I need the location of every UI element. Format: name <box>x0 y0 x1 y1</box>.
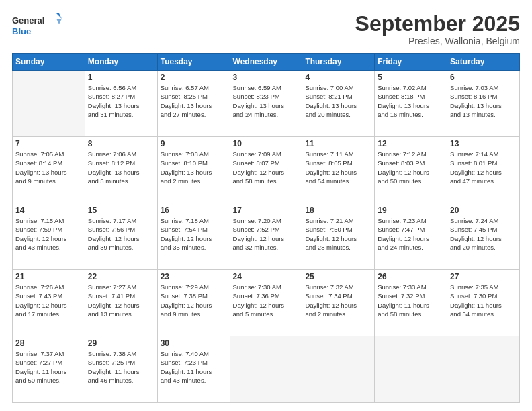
calendar-cell: 14Sunrise: 7:15 AMSunset: 7:59 PMDayligh… <box>13 203 85 270</box>
calendar-cell <box>230 336 302 403</box>
calendar-cell: 24Sunrise: 7:30 AMSunset: 7:36 PMDayligh… <box>230 270 302 336</box>
month-title: September 2025 <box>355 12 520 36</box>
day-info: Sunrise: 7:40 AMSunset: 7:23 PMDaylight:… <box>161 349 227 385</box>
day-number: 7 <box>15 139 82 148</box>
day-info: Sunrise: 7:32 AMSunset: 7:34 PMDaylight:… <box>305 283 371 318</box>
day-header: Tuesday <box>157 54 230 71</box>
day-info: Sunrise: 7:00 AMSunset: 8:21 PMDaylight:… <box>305 83 371 119</box>
day-info: Sunrise: 7:38 AMSunset: 7:25 PMDaylight:… <box>88 349 154 385</box>
day-number: 22 <box>88 272 154 281</box>
day-number: 25 <box>305 272 371 281</box>
day-info: Sunrise: 7:20 AMSunset: 7:52 PMDaylight:… <box>233 216 300 252</box>
day-number: 15 <box>88 205 154 215</box>
day-info: Sunrise: 7:37 AMSunset: 7:27 PMDaylight:… <box>15 349 82 385</box>
day-number: 5 <box>378 73 444 82</box>
calendar-cell <box>302 336 375 403</box>
day-number: 23 <box>161 272 227 281</box>
calendar-cell: 4Sunrise: 7:00 AMSunset: 8:21 PMDaylight… <box>302 71 375 137</box>
day-info: Sunrise: 7:30 AMSunset: 7:36 PMDaylight:… <box>233 283 300 318</box>
calendar-cell: 8Sunrise: 7:06 AMSunset: 8:12 PMDaylight… <box>85 137 157 203</box>
day-info: Sunrise: 6:59 AMSunset: 8:23 PMDaylight:… <box>233 83 300 119</box>
day-number: 11 <box>305 139 371 148</box>
calendar-cell: 9Sunrise: 7:08 AMSunset: 8:10 PMDaylight… <box>157 137 230 203</box>
day-number: 1 <box>88 73 154 82</box>
day-info: Sunrise: 7:05 AMSunset: 8:14 PMDaylight:… <box>15 150 82 185</box>
calendar-cell: 6Sunrise: 7:03 AMSunset: 8:16 PMDaylight… <box>447 71 520 137</box>
day-number: 21 <box>15 272 82 281</box>
calendar-cell <box>447 336 520 403</box>
calendar-cell <box>13 71 85 137</box>
calendar-cell: 21Sunrise: 7:26 AMSunset: 7:43 PMDayligh… <box>13 270 85 336</box>
day-info: Sunrise: 7:06 AMSunset: 8:12 PMDaylight:… <box>88 150 154 185</box>
day-number: 10 <box>233 139 300 148</box>
day-info: Sunrise: 7:29 AMSunset: 7:38 PMDaylight:… <box>161 283 227 318</box>
day-number: 9 <box>161 139 227 148</box>
day-info: Sunrise: 7:09 AMSunset: 8:07 PMDaylight:… <box>233 150 300 185</box>
svg-text:General: General <box>12 15 44 26</box>
day-info: Sunrise: 7:21 AMSunset: 7:50 PMDaylight:… <box>305 216 371 252</box>
day-number: 20 <box>450 205 517 215</box>
day-number: 18 <box>305 205 371 215</box>
calendar-cell: 3Sunrise: 6:59 AMSunset: 8:23 PMDaylight… <box>230 71 302 137</box>
day-number: 17 <box>233 205 300 215</box>
calendar-cell: 17Sunrise: 7:20 AMSunset: 7:52 PMDayligh… <box>230 203 302 270</box>
day-info: Sunrise: 7:18 AMSunset: 7:54 PMDaylight:… <box>161 216 227 252</box>
day-number: 29 <box>88 338 154 348</box>
calendar-cell: 7Sunrise: 7:05 AMSunset: 8:14 PMDaylight… <box>13 137 85 203</box>
day-info: Sunrise: 6:57 AMSunset: 8:25 PMDaylight:… <box>161 83 227 119</box>
day-number: 2 <box>161 73 227 82</box>
day-header: Sunday <box>13 54 85 71</box>
day-number: 14 <box>15 205 82 215</box>
day-header: Wednesday <box>230 54 302 71</box>
calendar-cell: 10Sunrise: 7:09 AMSunset: 8:07 PMDayligh… <box>230 137 302 203</box>
day-info: Sunrise: 7:12 AMSunset: 8:03 PMDaylight:… <box>378 150 444 185</box>
day-header: Saturday <box>447 54 520 71</box>
calendar-cell: 28Sunrise: 7:37 AMSunset: 7:27 PMDayligh… <box>13 336 85 403</box>
day-number: 27 <box>450 272 517 281</box>
calendar-cell: 22Sunrise: 7:27 AMSunset: 7:41 PMDayligh… <box>85 270 157 336</box>
calendar-cell: 16Sunrise: 7:18 AMSunset: 7:54 PMDayligh… <box>157 203 230 270</box>
calendar-cell: 12Sunrise: 7:12 AMSunset: 8:03 PMDayligh… <box>375 137 447 203</box>
location: Presles, Wallonia, Belgium <box>355 36 520 46</box>
day-info: Sunrise: 7:14 AMSunset: 8:01 PMDaylight:… <box>450 150 517 185</box>
day-number: 28 <box>15 338 82 348</box>
calendar-cell: 11Sunrise: 7:11 AMSunset: 8:05 PMDayligh… <box>302 137 375 203</box>
day-number: 3 <box>233 73 300 82</box>
day-info: Sunrise: 7:17 AMSunset: 7:56 PMDaylight:… <box>88 216 154 252</box>
day-number: 8 <box>88 139 154 148</box>
day-number: 19 <box>378 205 444 215</box>
calendar-cell: 29Sunrise: 7:38 AMSunset: 7:25 PMDayligh… <box>85 336 157 403</box>
day-info: Sunrise: 7:02 AMSunset: 8:18 PMDaylight:… <box>378 83 444 119</box>
day-number: 24 <box>233 272 300 281</box>
calendar-cell: 18Sunrise: 7:21 AMSunset: 7:50 PMDayligh… <box>302 203 375 270</box>
day-number: 30 <box>161 338 227 348</box>
day-header: Thursday <box>302 54 375 71</box>
title-block: September 2025 Presles, Wallonia, Belgiu… <box>355 12 520 46</box>
svg-marker-1 <box>56 13 62 19</box>
day-info: Sunrise: 7:33 AMSunset: 7:32 PMDaylight:… <box>378 283 444 318</box>
calendar-cell: 20Sunrise: 7:24 AMSunset: 7:45 PMDayligh… <box>447 203 520 270</box>
header: General Blue September 2025 Presles, Wal… <box>12 12 520 46</box>
day-info: Sunrise: 7:27 AMSunset: 7:41 PMDaylight:… <box>88 283 154 318</box>
svg-marker-2 <box>56 19 62 24</box>
svg-text:Blue: Blue <box>12 26 31 36</box>
calendar-cell: 26Sunrise: 7:33 AMSunset: 7:32 PMDayligh… <box>375 270 447 336</box>
day-info: Sunrise: 7:08 AMSunset: 8:10 PMDaylight:… <box>161 150 227 185</box>
day-info: Sunrise: 7:23 AMSunset: 7:47 PMDaylight:… <box>378 216 444 252</box>
day-number: 4 <box>305 73 371 82</box>
day-number: 12 <box>378 139 444 148</box>
calendar-cell: 19Sunrise: 7:23 AMSunset: 7:47 PMDayligh… <box>375 203 447 270</box>
calendar-cell: 2Sunrise: 6:57 AMSunset: 8:25 PMDaylight… <box>157 71 230 137</box>
calendar-cell: 23Sunrise: 7:29 AMSunset: 7:38 PMDayligh… <box>157 270 230 336</box>
calendar-cell: 25Sunrise: 7:32 AMSunset: 7:34 PMDayligh… <box>302 270 375 336</box>
day-header: Friday <box>375 54 447 71</box>
day-info: Sunrise: 7:26 AMSunset: 7:43 PMDaylight:… <box>15 283 82 318</box>
day-number: 26 <box>378 272 444 281</box>
day-number: 16 <box>161 205 227 215</box>
calendar-cell: 5Sunrise: 7:02 AMSunset: 8:18 PMDaylight… <box>375 71 447 137</box>
calendar-cell: 13Sunrise: 7:14 AMSunset: 8:01 PMDayligh… <box>447 137 520 203</box>
day-info: Sunrise: 7:03 AMSunset: 8:16 PMDaylight:… <box>450 83 517 119</box>
calendar-table: SundayMondayTuesdayWednesdayThursdayFrid… <box>12 53 520 403</box>
logo: General Blue <box>12 12 66 39</box>
day-number: 13 <box>450 139 517 148</box>
